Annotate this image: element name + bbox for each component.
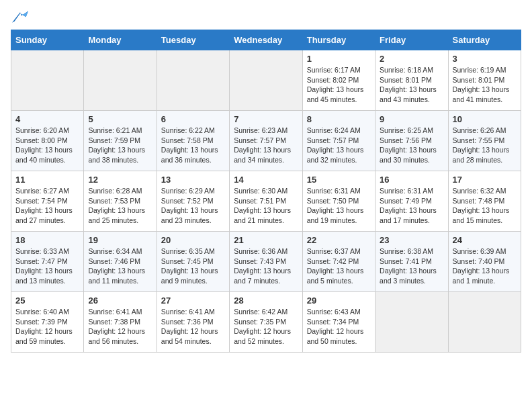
day-cell [84, 50, 157, 111]
header-cell-monday: Monday [84, 30, 157, 50]
day-number: 26 [88, 295, 152, 306]
day-info: Sunrise: 6:30 AM Sunset: 7:51 PM Dayligh… [234, 186, 298, 226]
day-cell: 23Sunrise: 6:38 AM Sunset: 7:41 PM Dayli… [375, 232, 448, 292]
day-number: 29 [307, 295, 371, 306]
day-number: 18 [15, 235, 79, 245]
header-cell-thursday: Thursday [302, 30, 375, 50]
day-number: 13 [161, 175, 225, 185]
day-info: Sunrise: 6:22 AM Sunset: 7:58 PM Dayligh… [161, 126, 225, 165]
day-cell: 7Sunrise: 6:23 AM Sunset: 7:57 PM Daylig… [230, 111, 302, 171]
day-cell: 18Sunrise: 6:33 AM Sunset: 7:47 PM Dayli… [11, 232, 84, 292]
day-info: Sunrise: 6:42 AM Sunset: 7:35 PM Dayligh… [234, 307, 298, 347]
day-cell: 11Sunrise: 6:27 AM Sunset: 7:54 PM Dayli… [11, 171, 84, 232]
day-cell: 4Sunrise: 6:20 AM Sunset: 8:00 PM Daylig… [11, 111, 84, 171]
day-info: Sunrise: 6:35 AM Sunset: 7:45 PM Dayligh… [161, 246, 225, 286]
day-cell: 29Sunrise: 6:43 AM Sunset: 7:34 PM Dayli… [302, 292, 375, 353]
day-number: 8 [307, 114, 371, 124]
day-number: 14 [234, 175, 298, 185]
day-info: Sunrise: 6:23 AM Sunset: 7:57 PM Dayligh… [234, 126, 298, 165]
day-info: Sunrise: 6:41 AM Sunset: 7:38 PM Dayligh… [88, 307, 152, 347]
day-cell: 16Sunrise: 6:31 AM Sunset: 7:49 PM Dayli… [375, 171, 448, 232]
day-cell: 10Sunrise: 6:26 AM Sunset: 7:55 PM Dayli… [448, 111, 521, 171]
day-cell: 2Sunrise: 6:18 AM Sunset: 8:01 PM Daylig… [375, 50, 448, 111]
week-row-2: 4Sunrise: 6:20 AM Sunset: 8:00 PM Daylig… [11, 111, 521, 171]
day-info: Sunrise: 6:37 AM Sunset: 7:42 PM Dayligh… [307, 246, 371, 286]
day-number: 10 [453, 114, 517, 124]
week-row-5: 25Sunrise: 6:40 AM Sunset: 7:39 PM Dayli… [11, 292, 521, 353]
day-info: Sunrise: 6:25 AM Sunset: 7:56 PM Dayligh… [380, 126, 443, 165]
day-cell: 13Sunrise: 6:29 AM Sunset: 7:52 PM Dayli… [157, 171, 229, 232]
day-cell: 17Sunrise: 6:32 AM Sunset: 7:48 PM Dayli… [448, 171, 521, 232]
day-cell [230, 50, 302, 111]
day-info: Sunrise: 6:33 AM Sunset: 7:47 PM Dayligh… [15, 246, 79, 286]
day-cell: 8Sunrise: 6:24 AM Sunset: 7:57 PM Daylig… [302, 111, 375, 171]
day-info: Sunrise: 6:17 AM Sunset: 8:02 PM Dayligh… [307, 65, 371, 105]
header-cell-wednesday: Wednesday [230, 30, 302, 50]
day-number: 17 [453, 175, 517, 185]
day-info: Sunrise: 6:38 AM Sunset: 7:41 PM Dayligh… [380, 246, 443, 286]
day-info: Sunrise: 6:27 AM Sunset: 7:54 PM Dayligh… [15, 186, 79, 226]
day-number: 19 [88, 235, 152, 245]
day-cell: 15Sunrise: 6:31 AM Sunset: 7:50 PM Dayli… [302, 171, 375, 232]
calendar-body: 1Sunrise: 6:17 AM Sunset: 8:02 PM Daylig… [11, 50, 521, 353]
day-info: Sunrise: 6:24 AM Sunset: 7:57 PM Dayligh… [307, 126, 371, 165]
day-number: 7 [234, 114, 298, 124]
header-cell-tuesday: Tuesday [157, 30, 229, 50]
day-number: 2 [380, 54, 443, 64]
svg-marker-0 [12, 11, 28, 23]
day-cell: 20Sunrise: 6:35 AM Sunset: 7:45 PM Dayli… [157, 232, 229, 292]
header-cell-saturday: Saturday [448, 30, 521, 50]
day-info: Sunrise: 6:36 AM Sunset: 7:43 PM Dayligh… [234, 246, 298, 286]
day-cell [448, 292, 521, 353]
day-cell: 22Sunrise: 6:37 AM Sunset: 7:42 PM Dayli… [302, 232, 375, 292]
day-number: 9 [380, 114, 443, 124]
day-number: 23 [380, 235, 443, 245]
day-cell: 28Sunrise: 6:42 AM Sunset: 7:35 PM Dayli… [230, 292, 302, 353]
logo [11, 11, 28, 24]
day-info: Sunrise: 6:29 AM Sunset: 7:52 PM Dayligh… [161, 186, 225, 226]
day-info: Sunrise: 6:43 AM Sunset: 7:34 PM Dayligh… [307, 307, 371, 347]
day-number: 16 [380, 175, 443, 185]
week-row-1: 1Sunrise: 6:17 AM Sunset: 8:02 PM Daylig… [11, 50, 521, 111]
day-number: 3 [453, 54, 517, 64]
day-number: 15 [307, 175, 371, 185]
day-number: 25 [15, 295, 79, 306]
header-cell-friday: Friday [375, 30, 448, 50]
day-number: 27 [161, 295, 225, 306]
day-cell: 27Sunrise: 6:41 AM Sunset: 7:36 PM Dayli… [157, 292, 229, 353]
calendar-table: SundayMondayTuesdayWednesdayThursdayFrid… [11, 30, 521, 353]
day-number: 4 [15, 114, 79, 124]
day-number: 24 [453, 235, 517, 245]
day-info: Sunrise: 6:18 AM Sunset: 8:01 PM Dayligh… [380, 65, 443, 105]
day-number: 5 [88, 114, 152, 124]
calendar-header: SundayMondayTuesdayWednesdayThursdayFrid… [11, 30, 521, 50]
day-info: Sunrise: 6:40 AM Sunset: 7:39 PM Dayligh… [15, 307, 79, 347]
day-cell: 5Sunrise: 6:21 AM Sunset: 7:59 PM Daylig… [84, 111, 157, 171]
day-info: Sunrise: 6:19 AM Sunset: 8:01 PM Dayligh… [453, 65, 517, 105]
day-cell: 24Sunrise: 6:39 AM Sunset: 7:40 PM Dayli… [448, 232, 521, 292]
day-cell [375, 292, 448, 353]
day-cell: 6Sunrise: 6:22 AM Sunset: 7:58 PM Daylig… [157, 111, 229, 171]
day-info: Sunrise: 6:21 AM Sunset: 7:59 PM Dayligh… [88, 126, 152, 165]
day-info: Sunrise: 6:28 AM Sunset: 7:53 PM Dayligh… [88, 186, 152, 226]
header-cell-sunday: Sunday [11, 30, 84, 50]
week-row-4: 18Sunrise: 6:33 AM Sunset: 7:47 PM Dayli… [11, 232, 521, 292]
day-cell: 19Sunrise: 6:34 AM Sunset: 7:46 PM Dayli… [84, 232, 157, 292]
header [11, 11, 521, 24]
day-cell: 26Sunrise: 6:41 AM Sunset: 7:38 PM Dayli… [84, 292, 157, 353]
day-cell: 12Sunrise: 6:28 AM Sunset: 7:53 PM Dayli… [84, 171, 157, 232]
day-info: Sunrise: 6:32 AM Sunset: 7:48 PM Dayligh… [453, 186, 517, 226]
day-info: Sunrise: 6:41 AM Sunset: 7:36 PM Dayligh… [161, 307, 225, 347]
logo-bird-icon [12, 11, 28, 24]
day-number: 6 [161, 114, 225, 124]
day-cell: 21Sunrise: 6:36 AM Sunset: 7:43 PM Dayli… [230, 232, 302, 292]
day-number: 21 [234, 235, 298, 245]
day-cell: 25Sunrise: 6:40 AM Sunset: 7:39 PM Dayli… [11, 292, 84, 353]
day-info: Sunrise: 6:20 AM Sunset: 8:00 PM Dayligh… [15, 126, 79, 165]
day-cell [157, 50, 229, 111]
day-cell [11, 50, 84, 111]
day-info: Sunrise: 6:26 AM Sunset: 7:55 PM Dayligh… [453, 126, 517, 165]
day-info: Sunrise: 6:31 AM Sunset: 7:50 PM Dayligh… [307, 186, 371, 226]
day-cell: 14Sunrise: 6:30 AM Sunset: 7:51 PM Dayli… [230, 171, 302, 232]
day-cell: 9Sunrise: 6:25 AM Sunset: 7:56 PM Daylig… [375, 111, 448, 171]
